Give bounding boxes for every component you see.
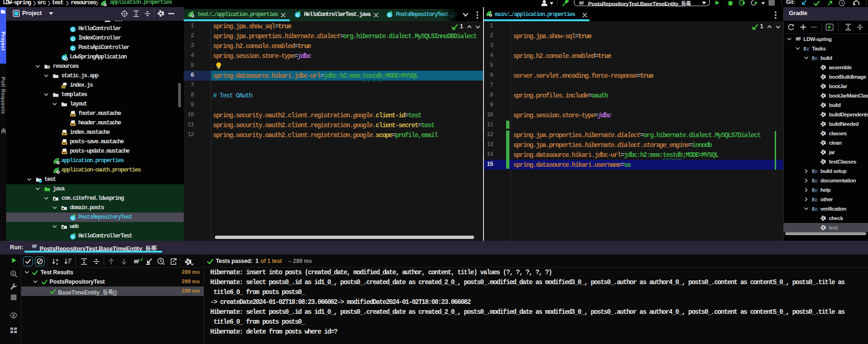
svg-text:9: 9 [12,272,14,275]
svg-text:z: z [56,262,58,265]
svg-text:JS: JS [62,85,65,88]
svg-text:C: C [71,36,74,41]
svg-text:C: C [71,46,74,51]
svg-text:C: C [71,27,74,32]
